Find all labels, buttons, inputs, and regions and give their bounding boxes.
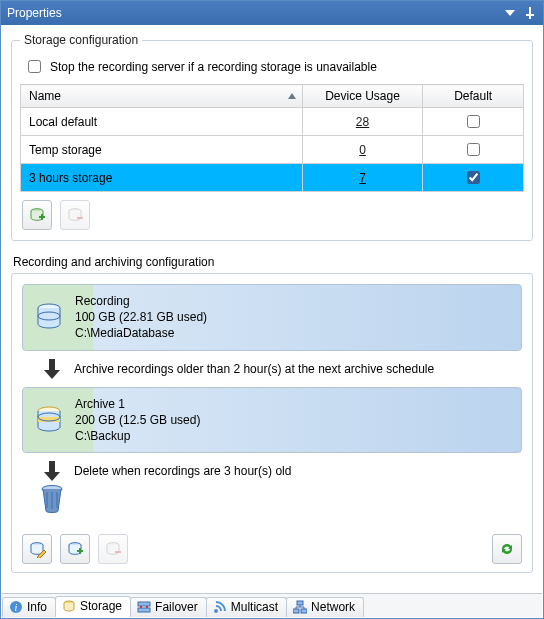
archive-stage[interactable]: Archive 1 200 GB (12.5 GB used) C:\Backu… [22, 387, 522, 454]
delete-rule-text: Delete when recordings are 3 hour(s) old [74, 464, 291, 478]
col-name[interactable]: Name [21, 85, 303, 108]
svg-text:i: i [15, 602, 18, 613]
recording-title: Recording [75, 293, 207, 309]
table-row[interactable]: Temp storage0 [21, 136, 524, 164]
svg-rect-3 [529, 16, 531, 19]
storage-table: Name Device Usage Default Local default2… [20, 84, 524, 192]
recording-config-box: Recording 100 GB (22.81 GB used) C:\Medi… [11, 273, 533, 573]
tab-label: Multicast [231, 600, 278, 614]
recording-path: C:\MediaDatabase [75, 325, 207, 341]
stop-server-checkbox-row[interactable]: Stop the recording server if a recording… [20, 55, 524, 84]
cell-name: Temp storage [21, 136, 303, 164]
edit-recording-button[interactable] [22, 534, 52, 564]
stop-server-label: Stop the recording server if a recording… [50, 60, 377, 74]
svg-rect-32 [297, 601, 303, 605]
tab-network[interactable]: Network [286, 597, 364, 617]
tab-multicast[interactable]: Multicast [206, 597, 287, 617]
bottom-tab-bar: iInfoStorageFailoverMulticastNetwork [2, 593, 542, 617]
remove-archive-button[interactable] [98, 534, 128, 564]
sort-asc-icon [288, 93, 296, 99]
svg-rect-17 [49, 461, 55, 472]
svg-rect-1 [529, 7, 531, 14]
svg-rect-2 [526, 14, 534, 16]
cell-default[interactable] [423, 164, 524, 192]
trash-icon [38, 483, 66, 515]
tab-label: Failover [155, 600, 198, 614]
title-bar: Properties [1, 1, 543, 25]
svg-marker-13 [44, 370, 60, 379]
storage-config-group: Storage configuration Stop the recording… [11, 33, 533, 241]
tab-info[interactable]: iInfo [2, 597, 56, 617]
svg-marker-0 [505, 10, 515, 16]
archive-database-icon [35, 405, 63, 435]
archive-rule-text: Archive recordings older than 2 hour(s) … [74, 362, 434, 376]
failover-icon [137, 600, 151, 614]
svg-marker-4 [288, 93, 296, 99]
info-icon: i [9, 600, 23, 614]
refresh-button[interactable] [492, 534, 522, 564]
svg-rect-12 [49, 359, 55, 370]
svg-rect-29 [138, 602, 150, 606]
dropdown-icon[interactable] [503, 6, 517, 20]
add-storage-button[interactable] [22, 200, 52, 230]
arrow-down-icon [44, 461, 60, 481]
cell-usage[interactable]: 28 [302, 108, 423, 136]
svg-rect-33 [293, 609, 299, 613]
network-icon [293, 600, 307, 614]
storage-config-legend: Storage configuration [20, 33, 142, 47]
svg-rect-9 [77, 217, 83, 219]
cell-default[interactable] [423, 108, 524, 136]
table-row[interactable]: 3 hours storage7 [21, 164, 524, 192]
window-title: Properties [7, 1, 62, 25]
archive-title: Archive 1 [75, 396, 200, 412]
recording-size: 100 GB (22.81 GB used) [75, 309, 207, 325]
col-default[interactable]: Default [423, 85, 524, 108]
stop-server-checkbox[interactable] [28, 60, 41, 73]
table-row[interactable]: Local default28 [21, 108, 524, 136]
svg-rect-23 [79, 548, 81, 554]
default-checkbox[interactable] [467, 171, 480, 184]
tab-label: Info [27, 600, 47, 614]
col-usage[interactable]: Device Usage [302, 85, 423, 108]
cell-usage[interactable]: 0 [302, 136, 423, 164]
default-checkbox[interactable] [467, 143, 480, 156]
svg-rect-25 [115, 551, 121, 553]
tab-storage[interactable]: Storage [55, 596, 131, 617]
tab-failover[interactable]: Failover [130, 597, 207, 617]
recording-stage[interactable]: Recording 100 GB (22.81 GB used) C:\Medi… [22, 284, 522, 351]
cell-usage[interactable]: 7 [302, 164, 423, 192]
multicast-icon [213, 600, 227, 614]
arrow-down-icon [44, 359, 60, 379]
cell-default[interactable] [423, 136, 524, 164]
pin-icon[interactable] [523, 6, 537, 20]
cell-name: Local default [21, 108, 303, 136]
tab-label: Storage [80, 599, 122, 613]
svg-rect-30 [138, 608, 150, 612]
svg-rect-7 [41, 214, 43, 220]
add-archive-button[interactable] [60, 534, 90, 564]
archive-path: C:\Backup [75, 428, 200, 444]
storage-icon [62, 599, 76, 613]
database-icon [35, 302, 63, 332]
svg-marker-18 [44, 472, 60, 481]
tab-label: Network [311, 600, 355, 614]
cell-name: 3 hours storage [21, 164, 303, 192]
default-checkbox[interactable] [467, 115, 480, 128]
svg-point-31 [214, 609, 218, 613]
recording-config-legend: Recording and archiving configuration [13, 255, 533, 269]
svg-rect-34 [301, 609, 307, 613]
archive-size: 200 GB (12.5 GB used) [75, 412, 200, 428]
remove-storage-button[interactable] [60, 200, 90, 230]
